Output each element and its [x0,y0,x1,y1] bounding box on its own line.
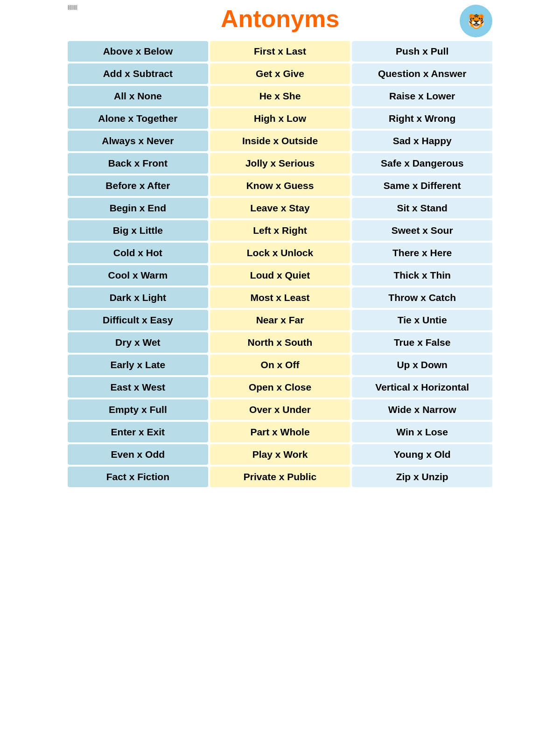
antonym-cell: He x She [210,86,350,106]
antonym-cell: Add x Subtract [68,63,208,84]
antonym-cell: Throw x Catch [352,287,492,308]
antonyms-grid: Above x BelowFirst x LastPush x PullAdd … [68,41,492,487]
page-header: |||||||| Antonyms 🐯 [68,5,492,33]
antonym-cell: Get x Give [210,63,350,84]
antonym-cell: Wide x Narrow [352,399,492,420]
antonym-cell: Zip x Unzip [352,467,492,487]
antonym-cell: Fact x Fiction [68,467,208,487]
antonym-cell: Enter x Exit [68,422,208,442]
antonym-cell: Most x Least [210,287,350,308]
antonym-cell: Know x Guess [210,175,350,196]
antonym-cell: Open x Close [210,377,350,398]
antonym-cell: High x Low [210,108,350,129]
antonym-cell: Right x Wrong [352,108,492,129]
antonym-cell: Loud x Quiet [210,265,350,286]
antonym-cell: Begin x End [68,198,208,218]
antonym-cell: Private x Public [210,467,350,487]
antonym-cell: Sit x Stand [352,198,492,218]
antonym-cell: Question x Answer [352,63,492,84]
antonym-cell: Thick x Thin [352,265,492,286]
antonym-cell: Inside x Outside [210,131,350,151]
antonym-cell: Tie x Untie [352,310,492,330]
tiger-icon: 🐯 [460,5,492,37]
antonym-cell: Up x Down [352,355,492,375]
antonym-cell: Dark x Light [68,287,208,308]
antonym-cell: Same x Different [352,175,492,196]
antonym-cell: Jolly x Serious [210,153,350,174]
antonym-cell: There x Here [352,243,492,263]
page-title: Antonyms [221,5,339,33]
antonym-cell: Big x Little [68,220,208,241]
antonym-cell: Always x Never [68,131,208,151]
antonym-cell: All x None [68,86,208,106]
antonym-cell: Dry x Wet [68,332,208,353]
antonym-cell: Leave x Stay [210,198,350,218]
antonym-cell: Push x Pull [352,41,492,62]
antonym-cell: Near x Far [210,310,350,330]
antonym-cell: Lock x Unlock [210,243,350,263]
antonym-cell: Left x Right [210,220,350,241]
antonym-cell: Alone x Together [68,108,208,129]
antonym-cell: On x Off [210,355,350,375]
antonym-cell: Empty x Full [68,399,208,420]
antonym-cell: Even x Odd [68,444,208,465]
antonym-cell: Early x Late [68,355,208,375]
antonym-cell: First x Last [210,41,350,62]
antonym-cell: Sweet x Sour [352,220,492,241]
antonym-cell: Over x Under [210,399,350,420]
antonym-cell: Part x Whole [210,422,350,442]
antonym-cell: North x South [210,332,350,353]
antonym-cell: Difficult x Easy [68,310,208,330]
antonym-cell: Cold x Hot [68,243,208,263]
antonym-cell: Vertical x Horizontal [352,377,492,398]
antonym-cell: Back x Front [68,153,208,174]
antonym-cell: Raise x Lower [352,86,492,106]
antonym-cell: Safe x Dangerous [352,153,492,174]
antonym-cell: Play x Work [210,444,350,465]
antonym-cell: Above x Below [68,41,208,62]
antonym-cell: True x False [352,332,492,353]
antonym-cell: Before x After [68,175,208,196]
barcode: |||||||| [68,5,77,10]
antonym-cell: Sad x Happy [352,131,492,151]
antonym-cell: East x West [68,377,208,398]
antonym-cell: Win x Lose [352,422,492,442]
antonym-cell: Cool x Warm [68,265,208,286]
antonym-cell: Young x Old [352,444,492,465]
